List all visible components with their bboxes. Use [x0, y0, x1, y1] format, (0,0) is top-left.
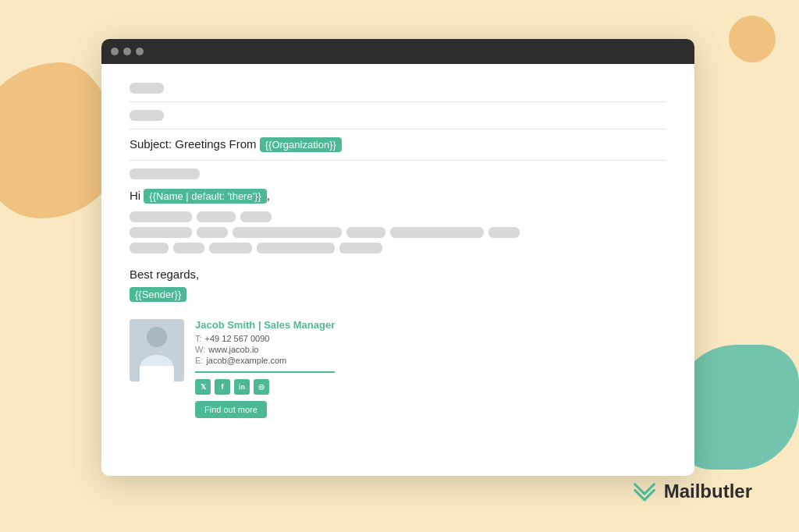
decorative-blob-right-top — [729, 16, 776, 62]
sender-tag: {{Sender}} — [130, 287, 186, 302]
skeleton-to-field — [130, 83, 164, 94]
social-instagram-icon[interactable]: ◎ — [254, 379, 269, 395]
avatar — [130, 319, 184, 381]
web-label: W: — [195, 345, 205, 354]
window-dot-1 — [111, 48, 119, 55]
social-icons-row: 𝕏 f in ◎ — [195, 379, 335, 395]
phone-value: +49 12 567 0090 — [205, 334, 270, 343]
body-skeleton-row-2 — [130, 227, 666, 238]
greeting-line: Hi {{Name | default: 'there'}}, — [130, 189, 666, 204]
divider-3 — [130, 160, 666, 161]
subject-prefix: Subject: Greetings From — [130, 137, 260, 151]
browser-window: Subject: Greetings From {{Organization}}… — [101, 39, 694, 476]
email-value: jacob@example.com — [206, 356, 286, 365]
skeleton-block — [130, 243, 169, 254]
email-compose-area: Subject: Greetings From {{Organization}}… — [101, 64, 694, 434]
skeleton-from-field — [130, 110, 164, 121]
skeleton-block — [209, 243, 252, 254]
avatar-shirt — [140, 366, 174, 381]
closing-text: Best regards, — [130, 268, 666, 281]
skeleton-block — [339, 243, 382, 254]
skeleton-extra-field — [130, 168, 200, 179]
find-out-more-button[interactable]: Find out more — [195, 401, 267, 418]
skeleton-block — [233, 227, 342, 238]
skeleton-block — [130, 211, 192, 222]
browser-titlebar — [101, 39, 694, 64]
signature-phone: T:+49 12 567 0090 — [195, 334, 335, 343]
skeleton-block — [390, 227, 484, 238]
social-linkedin-icon[interactable]: in — [234, 379, 250, 395]
social-facebook-icon[interactable]: f — [215, 379, 230, 395]
window-dot-3 — [136, 48, 144, 55]
avatar-head — [147, 327, 167, 347]
skeleton-block — [130, 227, 192, 238]
subject-line: Subject: Greetings From {{Organization}} — [130, 137, 666, 152]
subject-organization-tag: {{Organization}} — [260, 137, 342, 152]
web-value: www.jacob.io — [208, 345, 258, 354]
email-label: E: — [195, 356, 203, 365]
signature-name: Jacob Smith | Sales Manager — [195, 319, 335, 331]
mailbutler-brand-name: Mailbutler — [664, 481, 752, 502]
decorative-blob-left — [0, 62, 117, 218]
body-skeleton-row-1 — [130, 211, 666, 222]
divider-2 — [130, 129, 666, 129]
skeleton-block — [240, 211, 272, 222]
skeleton-block — [346, 227, 385, 238]
mailbutler-logo: Mailbutler — [631, 481, 752, 502]
signature-email: E:jacob@example.com — [195, 356, 335, 365]
skeleton-block — [173, 243, 204, 254]
signature-info: Jacob Smith | Sales Manager T:+49 12 567… — [195, 319, 335, 373]
greeting-prefix: Hi — [130, 189, 144, 202]
greeting-suffix: , — [267, 189, 270, 202]
mailbutler-logo-icon — [631, 481, 658, 502]
email-signature: Jacob Smith | Sales Manager T:+49 12 567… — [130, 316, 666, 418]
window-dot-2 — [123, 48, 131, 55]
skeleton-block — [257, 243, 335, 254]
social-twitter-icon[interactable]: 𝕏 — [195, 379, 211, 395]
phone-label: T: — [195, 334, 202, 343]
signature-web: W:www.jacob.io — [195, 345, 335, 354]
body-skeleton-row-3 — [130, 243, 666, 254]
greeting-name-tag: {{Name | default: 'there'}} — [144, 189, 267, 204]
skeleton-block — [197, 211, 236, 222]
skeleton-block — [488, 227, 520, 238]
divider-1 — [130, 101, 666, 102]
skeleton-block — [197, 227, 228, 238]
